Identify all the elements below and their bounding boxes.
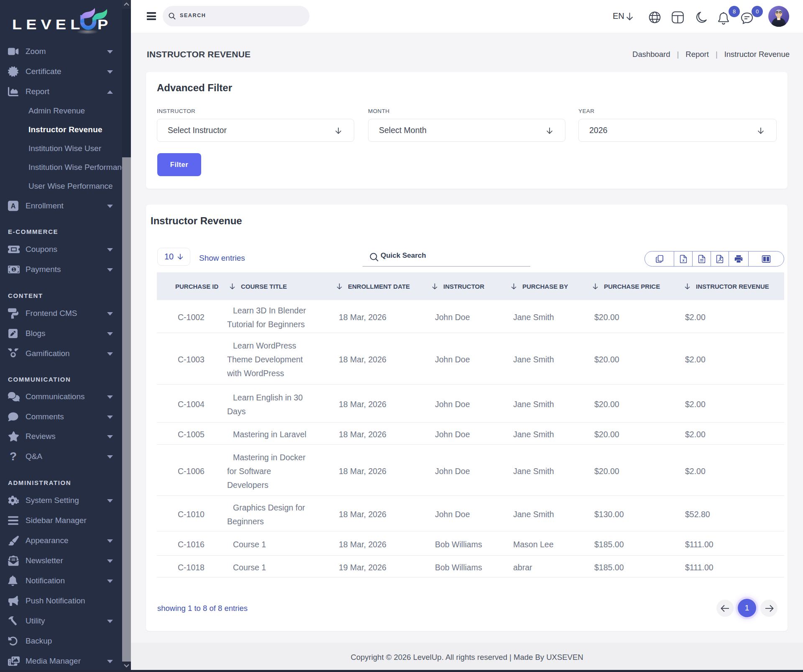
svg-text:1: 1 — [13, 267, 15, 272]
svg-text:A: A — [11, 203, 16, 210]
svg-text:x: x — [682, 258, 684, 262]
svg-text:P: P — [97, 17, 108, 32]
svg-text:LEVEL: LEVEL — [12, 17, 84, 32]
svg-text:?: ? — [10, 451, 17, 462]
